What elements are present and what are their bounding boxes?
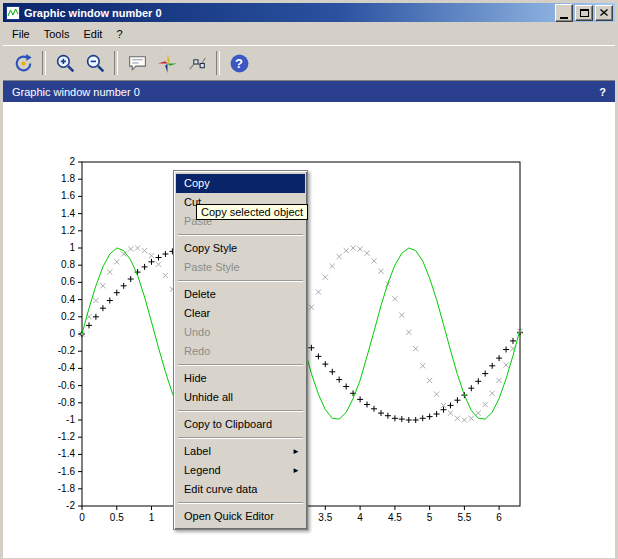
zoom-out-button[interactable]: [80, 48, 110, 78]
svg-text:2: 2: [69, 156, 75, 167]
minimize-icon: [560, 17, 568, 19]
toolbar: ?: [3, 45, 615, 81]
svg-text:-1.6: -1.6: [58, 466, 76, 477]
context-menu-item-edit-curve-data[interactable]: Edit curve data: [176, 480, 305, 499]
svg-text:1.4: 1.4: [61, 208, 75, 219]
tooltip: Copy selected object: [196, 204, 308, 220]
graphic-window: Graphic window number 0 FileToolsEdit? ?…: [0, 0, 618, 559]
context-menu-item-label: Edit curve data: [184, 483, 257, 495]
rotate-icon: [13, 53, 34, 74]
svg-text:-0.4: -0.4: [58, 362, 76, 373]
graphics-editor-button[interactable]: [122, 48, 152, 78]
menubar-item-[interactable]: ?: [109, 25, 129, 43]
context-menu-item-copy-style[interactable]: Copy Style: [176, 239, 305, 258]
svg-text:3.5: 3.5: [318, 512, 332, 523]
zoom-in-icon: [55, 53, 76, 74]
quick-editor-button[interactable]: [152, 48, 182, 78]
context-menu-item-clear[interactable]: Clear: [176, 304, 305, 323]
context-menu-item-legend[interactable]: Legend►: [176, 461, 305, 480]
context-menu-item-label: Hide: [184, 372, 207, 384]
context-menu: CopyCutPasteCopy StylePaste StyleDeleteC…: [173, 170, 308, 530]
svg-text:0.4: 0.4: [61, 294, 75, 305]
svg-text:1.8: 1.8: [61, 173, 75, 184]
quick-editor-icon: [157, 53, 178, 74]
toolbar-separator: [114, 51, 118, 75]
help-glyph: ?: [229, 53, 250, 74]
context-menu-item-hide[interactable]: Hide: [176, 369, 305, 388]
datatips-icon: [187, 53, 208, 74]
toolbar-separator: [216, 51, 220, 75]
zoom-in-button[interactable]: [50, 48, 80, 78]
submenu-arrow-icon: ►: [292, 442, 300, 461]
context-menu-separator: [176, 277, 305, 285]
svg-text:0.6: 0.6: [61, 276, 75, 287]
svg-text:5.5: 5.5: [457, 512, 471, 523]
svg-text:1.2: 1.2: [61, 225, 75, 236]
context-menu-item-label[interactable]: Label►: [176, 442, 305, 461]
figure-canvas[interactable]: 00.511.522.533.544.555.5621.81.61.41.210…: [3, 102, 615, 558]
menubar-item-tools[interactable]: Tools: [37, 25, 77, 43]
svg-text:-1.8: -1.8: [58, 483, 76, 494]
datatips-button[interactable]: [182, 48, 212, 78]
window-icon: [6, 6, 20, 20]
context-menu-item-label: Copy Style: [184, 242, 237, 254]
context-menu-item-delete[interactable]: Delete: [176, 285, 305, 304]
plot-svg: 00.511.522.533.544.555.5621.81.61.41.210…: [3, 102, 615, 558]
svg-text:0.8: 0.8: [61, 259, 75, 270]
svg-text:-1: -1: [66, 414, 75, 425]
context-menu-separator: [176, 499, 305, 507]
svg-text:-1.4: -1.4: [58, 448, 76, 459]
context-menu-separator: [176, 231, 305, 239]
context-menu-item-unhide-all[interactable]: Unhide all: [176, 388, 305, 407]
rotate-button[interactable]: [8, 48, 38, 78]
context-menu-item-open-quick-editor[interactable]: Open Quick Editor: [176, 507, 305, 526]
svg-text:-0.2: -0.2: [58, 345, 76, 356]
context-menu-item-label: Copy: [184, 177, 210, 189]
context-menu-item-label: Paste Style: [184, 261, 240, 273]
titlebar[interactable]: Graphic window number 0: [3, 3, 615, 22]
context-menu-separator: [176, 407, 305, 415]
close-icon: [600, 9, 608, 16]
menubar-item-edit[interactable]: Edit: [76, 25, 109, 43]
context-menu-item-label: Undo: [184, 326, 210, 338]
svg-text:1.6: 1.6: [61, 190, 75, 201]
infobar-help-icon[interactable]: ?: [599, 86, 606, 98]
svg-text:5: 5: [427, 512, 433, 523]
context-menu-item-label: Copy to Clipboard: [184, 418, 272, 430]
context-menu-item-undo[interactable]: Undo: [176, 323, 305, 342]
help-icon: ?: [229, 53, 250, 74]
context-menu-item-redo[interactable]: Redo: [176, 342, 305, 361]
infobar-text: Graphic window number 0: [12, 86, 140, 98]
context-menu-item-label: Unhide all: [184, 391, 233, 403]
menubar: FileToolsEdit?: [3, 22, 615, 45]
svg-text:-0.6: -0.6: [58, 380, 76, 391]
context-menu-item-paste-style[interactable]: Paste Style: [176, 258, 305, 277]
svg-text:-2: -2: [66, 500, 75, 511]
svg-text:4: 4: [357, 512, 363, 523]
help-button[interactable]: ?: [224, 48, 254, 78]
svg-text:6: 6: [496, 512, 502, 523]
context-menu-item-copy-to-clipboard[interactable]: Copy to Clipboard: [176, 415, 305, 434]
svg-text:0.5: 0.5: [110, 512, 124, 523]
zoom-out-icon: [85, 53, 106, 74]
minimize-button[interactable]: [555, 4, 573, 22]
context-menu-separator: [176, 361, 305, 369]
svg-text:0.2: 0.2: [61, 311, 75, 322]
svg-text:1: 1: [149, 512, 155, 523]
menubar-item-file[interactable]: File: [5, 25, 37, 43]
context-menu-separator: [176, 434, 305, 442]
window-title: Graphic window number 0: [24, 7, 555, 19]
context-menu-item-label: Clear: [184, 307, 210, 319]
toolbar-separator: [42, 51, 46, 75]
maximize-button[interactable]: [575, 5, 593, 21]
window-controls: [555, 4, 613, 22]
context-menu-item-label: Delete: [184, 288, 216, 300]
svg-text:4.5: 4.5: [388, 512, 402, 523]
svg-text:0: 0: [79, 512, 85, 523]
context-menu-item-label: Legend: [184, 464, 221, 476]
context-menu-item-label: Label: [184, 445, 211, 457]
context-menu-item-copy[interactable]: Copy: [176, 174, 305, 193]
close-button[interactable]: [595, 5, 613, 21]
svg-text:-1.2: -1.2: [58, 431, 76, 442]
maximize-icon: [580, 9, 589, 17]
